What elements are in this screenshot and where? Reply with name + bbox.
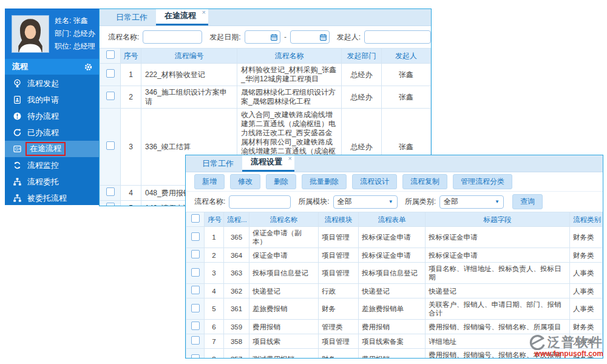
col-header-start-dept: 发起部门 <box>342 49 382 64</box>
row-checkbox-cell[interactable] <box>186 320 205 334</box>
row-checkbox-cell[interactable] <box>186 248 205 263</box>
cell-process-name: 晟铭园林绿化工程组织设计方案_晟铭园林绿化工程 <box>237 86 342 109</box>
fanpu-logo-icon <box>529 334 545 350</box>
process-name-input[interactable] <box>229 195 291 209</box>
delete-button[interactable]: 删除 <box>266 174 296 189</box>
col-header-process-module: 流程模块 <box>319 212 359 227</box>
row-checkbox-cell[interactable] <box>100 186 121 201</box>
row-checkbox[interactable] <box>106 187 115 196</box>
row-checkbox-cell[interactable] <box>186 298 205 320</box>
sidebar-item-pending-processes[interactable]: 待办流程 <box>5 108 99 124</box>
tab-bar: 日常工作 流程设置 × <box>186 155 603 172</box>
tab-daily-work[interactable]: 日常工作 <box>194 156 242 172</box>
row-checkbox-cell[interactable] <box>186 227 205 248</box>
row-checkbox[interactable] <box>106 203 115 206</box>
row-checkbox-cell[interactable] <box>100 64 121 86</box>
row-checkbox-cell[interactable] <box>100 86 121 109</box>
cell-title-fields: 费用报销、报销编号、报销名称、所属项目 <box>426 320 570 334</box>
table-row[interactable]: 1 222_材料验收登记 材料验收登记_材料采购_张鑫_华润12城房建工程项目 … <box>100 64 431 86</box>
row-checkbox-cell[interactable] <box>186 334 205 349</box>
sidebar-item-delegated-processes[interactable]: 被委托流程 <box>5 190 99 205</box>
process-design-button[interactable]: 流程设计 <box>352 174 397 189</box>
col-header-seq: 序号 <box>121 49 141 64</box>
sidebar-item-my-applications[interactable]: 我的申请 <box>5 92 99 108</box>
row-checkbox[interactable] <box>191 336 200 345</box>
tab-in-transit-process[interactable]: 在途流程 × <box>156 8 208 25</box>
cell-process-name: 快递登记 <box>249 284 319 298</box>
cell-process-module: 财务 <box>319 349 359 359</box>
table-row[interactable]: 5 361 差旅费报销 财务 差旅费报销单 关联客户、报销人、申请日期、部门、报… <box>186 298 603 320</box>
row-checkbox[interactable] <box>106 141 115 150</box>
gear-icon[interactable] <box>84 62 93 72</box>
row-checkbox[interactable] <box>191 250 200 258</box>
row-checkbox[interactable] <box>106 69 115 78</box>
table-row[interactable]: 6 359 费用报销 管理类 费用报销 费用报销、报销编号、报销名称、所属项目 … <box>186 320 603 334</box>
select-all-checkbox[interactable] <box>106 50 115 59</box>
cell-process-module: 行政 <box>319 284 359 298</box>
row-checkbox[interactable] <box>191 232 200 241</box>
row-checkbox-cell[interactable] <box>100 201 121 207</box>
cell-seq: 5 <box>121 201 141 207</box>
row-checkbox[interactable] <box>191 304 200 312</box>
table-row[interactable]: 3 363 投标项目信息登记 项目管理 投标项目信息登记 项目名称、详细地址、投… <box>186 263 603 284</box>
date-to-input[interactable] <box>290 30 330 44</box>
module-select-value: 全部 <box>337 197 352 207</box>
sidebar-item-completed-processes[interactable]: 已办流程 <box>5 124 99 141</box>
sidebar-item-in-transit-processes[interactable]: G+ 在途流程 <box>5 141 99 157</box>
tab-process-settings[interactable]: 流程设置 × <box>242 155 294 172</box>
edit-button[interactable]: 修改 <box>230 174 260 189</box>
calendar-icon[interactable] <box>319 33 327 41</box>
select-all-cell[interactable] <box>100 49 121 64</box>
table-row[interactable]: 4 362 快递登记 行政 快递登记 快递登记 人事类 <box>186 284 603 298</box>
cell-title-fields: 关联客户、报销人、申请日期、部门、报销合计 <box>426 298 570 320</box>
cell-title-fields: 投标保证金申请 <box>426 227 570 248</box>
row-checkbox[interactable] <box>191 286 200 294</box>
row-checkbox-cell[interactable] <box>100 109 121 186</box>
manage-process-category-button[interactable]: 管理流程分类 <box>453 174 512 189</box>
calendar-icon[interactable] <box>270 33 278 41</box>
module-select[interactable]: 全部 ▼ <box>333 195 398 209</box>
initiator-input[interactable] <box>364 30 431 44</box>
sidebar-menu: 流程发起 我的申请 待办流程 <box>5 75 99 205</box>
batch-delete-button[interactable]: 批量删除 <box>302 174 347 189</box>
row-checkbox-cell[interactable] <box>186 349 205 359</box>
select-all-checkbox[interactable] <box>191 214 200 223</box>
cell-title-fields: 快递登记 <box>426 284 570 298</box>
row-checkbox[interactable] <box>106 92 115 100</box>
tab-daily-work[interactable]: 日常工作 <box>107 10 156 25</box>
process-name-label: 流程名称: <box>108 32 139 42</box>
select-all-cell[interactable] <box>186 212 205 227</box>
sidebar-item-process-monitor[interactable]: 流程监控 <box>5 157 99 174</box>
cell-process-name: 材料验收登记_材料采购_张鑫_华润12城房建工程项目 <box>237 64 342 86</box>
refresh-icon <box>13 161 22 170</box>
date-from-input[interactable] <box>245 30 280 44</box>
row-checkbox[interactable] <box>191 354 200 359</box>
profile-info: 姓名: 张鑫 部门: 总经办 职位: 总经理 <box>55 15 95 53</box>
row-checkbox-cell[interactable] <box>186 263 205 284</box>
process-copy-button[interactable]: 流程复制 <box>402 174 447 189</box>
cell-process-module: 项目管理 <box>319 248 359 263</box>
process-name-input[interactable] <box>143 30 202 44</box>
close-icon[interactable]: × <box>288 155 292 162</box>
category-select-value: 全部 <box>444 197 458 207</box>
row-checkbox-cell[interactable] <box>186 284 205 298</box>
app-root: 姓名: 张鑫 部门: 总经办 职位: 总经理 流程 流程发起 <box>0 0 607 364</box>
cell-process-code: 357 <box>224 349 249 359</box>
table-row[interactable]: 2 346_施工组织设计方案申请 晟铭园林绿化工程组织设计方案_晟铭园林绿化工程… <box>100 86 431 109</box>
cell-title-fields: 项目名称、详细地址、投标负责人、投标日期 <box>426 263 570 284</box>
table-row[interactable]: 1 365 保证金申请（副本） 项目管理 投标保证金申请 投标保证金申请 财务类 <box>186 227 603 248</box>
profile-department: 部门: 总经办 <box>55 27 95 40</box>
add-button[interactable]: 新增 <box>194 174 225 189</box>
sidebar-item-process-delegation[interactable]: 流程委托 <box>5 174 99 190</box>
category-select[interactable]: 全部 ▼ <box>439 195 504 209</box>
sidebar-item-process-start[interactable]: 流程发起 <box>5 75 99 92</box>
cell-process-category: 财务类 <box>570 227 603 248</box>
row-checkbox[interactable] <box>191 268 200 277</box>
close-icon[interactable]: × <box>202 8 206 16</box>
cell-process-form: 投标保证金申请 <box>359 227 426 248</box>
cell-process-category: 财务类 <box>570 320 603 334</box>
row-checkbox[interactable] <box>191 322 200 330</box>
search-button[interactable]: 查询 <box>512 194 543 209</box>
cell-process-form: 项目线索备案 <box>359 334 426 349</box>
table-row[interactable]: 2 364 保证金申请 项目管理 投标保证金申请 投标保证金申请 财务类 <box>186 248 603 263</box>
